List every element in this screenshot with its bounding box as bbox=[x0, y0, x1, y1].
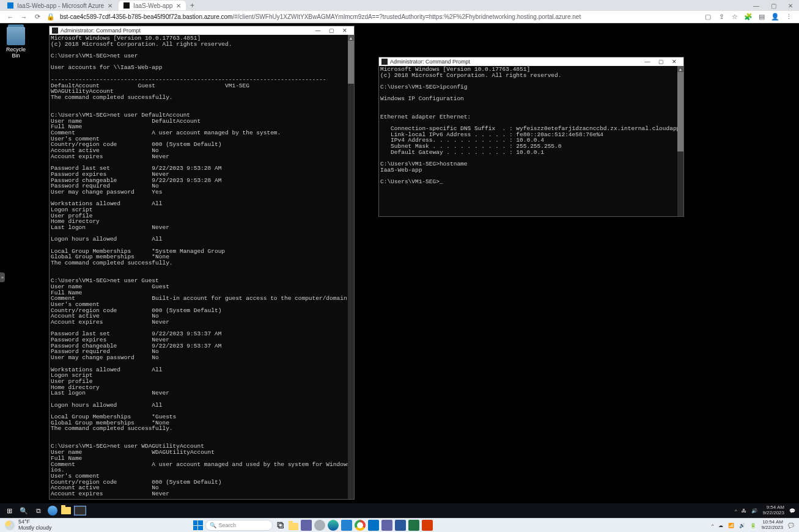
excel-icon[interactable] bbox=[408, 520, 419, 531]
remote-date: 9/22/2023 bbox=[762, 511, 784, 516]
tray-expand-icon[interactable]: ^ bbox=[735, 508, 737, 514]
bastion-favicon-icon bbox=[123, 2, 130, 9]
file-explorer-icon[interactable] bbox=[61, 507, 71, 514]
notifications-icon[interactable]: 💬 bbox=[788, 523, 794, 528]
notifications-icon[interactable]: 💬 bbox=[789, 508, 795, 514]
search-icon: 🔍 bbox=[210, 522, 216, 528]
host-clock[interactable]: 10:54 AM 9/22/2023 bbox=[761, 520, 783, 531]
maximize-button[interactable]: ▢ bbox=[325, 27, 338, 34]
close-tab-icon[interactable]: ✕ bbox=[108, 2, 112, 9]
teams-icon[interactable] bbox=[381, 520, 392, 531]
browser-tab-azure[interactable]: IaaS-Web-app - Microsoft Azure ✕ bbox=[2, 1, 117, 10]
task-view-button[interactable]: ⧉ bbox=[33, 505, 44, 516]
cmd-title-text: Administrator: Command Prompt bbox=[390, 59, 470, 65]
tab-title: IaaS-Web-app - Microsoft Azure bbox=[17, 2, 104, 9]
ie-icon[interactable] bbox=[48, 506, 57, 516]
cmd-title-text: Administrator: Command Prompt bbox=[61, 27, 141, 34]
recycle-bin-shortcut[interactable]: Recycle Bin bbox=[4, 27, 28, 59]
file-explorer-icon[interactable] bbox=[289, 523, 298, 530]
host-systray: ^ ☁ 📶 🔊 🔋 10:54 AM 9/22/2023 💬 bbox=[712, 520, 794, 531]
cmd-body[interactable]: Microsoft Windows [Version 10.0.17763.48… bbox=[379, 66, 677, 216]
url-path: /#/client/SWFhUy1XZWItYXBwAGMAYmlmcm9zdA… bbox=[232, 13, 581, 20]
edge-icon[interactable] bbox=[328, 520, 339, 531]
battery-icon[interactable]: 🔋 bbox=[750, 523, 756, 528]
lock-icon: 🔒 bbox=[46, 13, 55, 21]
profile-icon[interactable]: 👤 bbox=[771, 13, 779, 21]
tray-expand-icon[interactable]: ^ bbox=[712, 523, 714, 528]
search-button[interactable]: 🔍 bbox=[18, 505, 29, 516]
bookmark-icon[interactable]: ☆ bbox=[731, 13, 739, 21]
scrollbar[interactable]: ▲ bbox=[677, 66, 683, 216]
start-button[interactable]: ⊞ bbox=[4, 505, 15, 516]
tab-title: IaaS-Web-app bbox=[133, 2, 172, 9]
cmd-output: Microsoft Windows [Version 10.0.17763.48… bbox=[379, 66, 677, 186]
cmd-output: Microsoft Windows [Version 10.0.17763.48… bbox=[50, 35, 348, 499]
recycle-bin-label: Recycle Bin bbox=[4, 46, 28, 59]
teams-chat-icon[interactable] bbox=[301, 520, 312, 531]
install-app-icon[interactable]: ▢ bbox=[704, 13, 712, 21]
snipping-tool-icon[interactable] bbox=[422, 520, 433, 531]
cmd-window-ipconfig[interactable]: Administrator: Command Prompt — ▢ ✕ Micr… bbox=[378, 57, 684, 217]
bastion-panel-handle[interactable]: » bbox=[0, 272, 5, 282]
window-controls: — ▢ ✕ bbox=[748, 0, 799, 11]
cmd-taskbar-icon[interactable] bbox=[75, 506, 86, 515]
back-button[interactable]: ← bbox=[6, 13, 15, 21]
store-icon[interactable] bbox=[341, 520, 352, 531]
task-view-icon[interactable]: ⧉ bbox=[275, 520, 286, 531]
cmd-body[interactable]: Microsoft Windows [Version 10.0.17763.48… bbox=[50, 35, 348, 499]
minimize-button[interactable]: — bbox=[311, 27, 325, 34]
scroll-up-icon[interactable]: ▲ bbox=[348, 35, 354, 41]
scroll-thumb[interactable] bbox=[677, 72, 683, 151]
remote-desktop[interactable]: Recycle Bin » Administrator: Command Pro… bbox=[0, 23, 799, 518]
network-icon[interactable]: 🖧 bbox=[742, 508, 746, 514]
close-button[interactable]: ✕ bbox=[338, 27, 352, 34]
cmd-titlebar[interactable]: Administrator: Command Prompt — ▢ ✕ bbox=[50, 26, 354, 35]
weather-desc: Mostly cloudy bbox=[18, 525, 52, 531]
remote-systray: ^ 🖧 🔊 9:54 AM 9/22/2023 💬 bbox=[735, 505, 795, 516]
weather-widget[interactable]: 54°F Mostly cloudy bbox=[5, 519, 52, 531]
search-placeholder: Search bbox=[219, 522, 237, 528]
remote-clock[interactable]: 9:54 AM 9/22/2023 bbox=[762, 505, 784, 516]
reload-button[interactable]: ⟳ bbox=[33, 13, 42, 21]
onedrive-icon[interactable]: ☁ bbox=[718, 523, 723, 528]
tab-strip: IaaS-Web-app - Microsoft Azure ✕ IaaS-We… bbox=[0, 0, 799, 11]
outlook-icon[interactable] bbox=[368, 520, 379, 531]
share-icon[interactable]: ⇪ bbox=[717, 13, 726, 21]
scroll-up-icon[interactable]: ▲ bbox=[677, 66, 683, 72]
url-field[interactable]: bst-cae4c589-7cdf-4356-b785-bea45f90f72a… bbox=[60, 13, 699, 20]
reading-list-icon[interactable]: ▤ bbox=[757, 13, 766, 21]
wifi-icon[interactable]: 📶 bbox=[728, 523, 734, 528]
address-bar: ← → ⟳ 🔒 bst-cae4c589-7cdf-4356-b785-bea4… bbox=[0, 11, 799, 23]
cmd-titlebar[interactable]: Administrator: Command Prompt — ▢ ✕ bbox=[379, 57, 683, 66]
settings-icon[interactable] bbox=[314, 520, 325, 531]
word-icon[interactable] bbox=[395, 520, 406, 531]
minimize-button[interactable]: — bbox=[641, 59, 654, 65]
menu-icon[interactable]: ⋮ bbox=[784, 13, 793, 21]
browser-tab-bastion[interactable]: IaaS-Web-app ✕ bbox=[119, 1, 186, 10]
chrome-icon[interactable] bbox=[355, 520, 366, 531]
scrollbar[interactable]: ▲ bbox=[348, 35, 354, 499]
cmd-icon bbox=[381, 59, 388, 65]
azure-favicon-icon bbox=[7, 2, 13, 9]
search-box[interactable]: 🔍 Search bbox=[205, 520, 273, 531]
volume-icon[interactable]: 🔊 bbox=[751, 508, 757, 514]
close-button[interactable]: ✕ bbox=[668, 59, 681, 65]
scroll-thumb[interactable] bbox=[348, 41, 354, 84]
recycle-bin-icon bbox=[7, 27, 25, 45]
new-tab-button[interactable]: + bbox=[187, 1, 197, 10]
maximize-button[interactable]: ▢ bbox=[654, 59, 668, 65]
volume-icon[interactable]: 🔊 bbox=[739, 523, 745, 528]
close-window-button[interactable]: ✕ bbox=[782, 0, 799, 11]
start-button[interactable] bbox=[193, 520, 203, 530]
host-date: 9/22/2023 bbox=[761, 525, 783, 531]
cmd-window-netuser[interactable]: Administrator: Command Prompt — ▢ ✕ Micr… bbox=[49, 26, 355, 500]
forward-button[interactable]: → bbox=[20, 13, 28, 21]
extensions-icon[interactable]: 🧩 bbox=[744, 13, 753, 21]
cmd-icon bbox=[52, 27, 58, 34]
close-tab-icon[interactable]: ✕ bbox=[176, 2, 181, 9]
url-host: bst-cae4c589-7cdf-4356-b785-bea45f90f72a… bbox=[60, 13, 232, 20]
host-taskbar: 54°F Mostly cloudy 🔍 Search ⧉ ^ ☁ 📶 🔊 🔋 … bbox=[0, 518, 799, 532]
minimize-button[interactable]: — bbox=[748, 0, 765, 11]
host-taskbar-center: 🔍 Search ⧉ bbox=[193, 520, 433, 531]
maximize-button[interactable]: ▢ bbox=[765, 0, 782, 11]
